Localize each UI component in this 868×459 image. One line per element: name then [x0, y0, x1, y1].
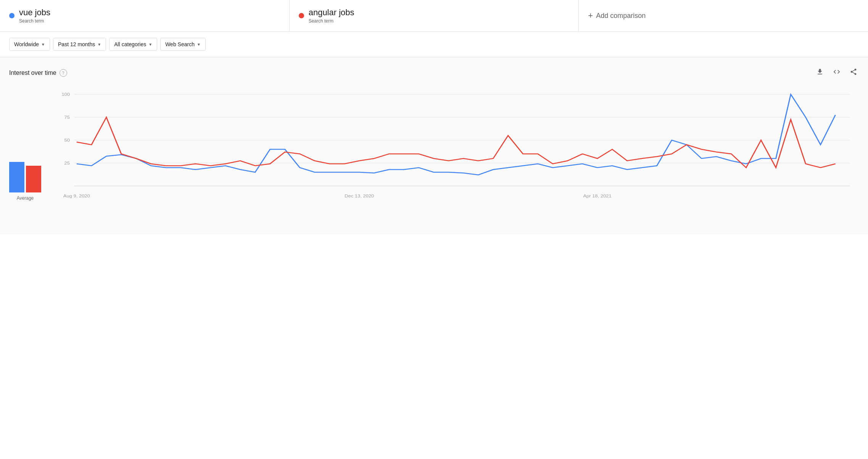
angular-term-label: Search term	[309, 18, 354, 24]
search-term-angular[interactable]: angular jobs Search term	[290, 0, 579, 31]
y-label-50: 50	[64, 138, 70, 143]
chart-title-area: Interest over time ?	[9, 69, 67, 77]
search-type-label: Web Search	[165, 41, 195, 47]
chart-container: Average 100 75 50 25	[9, 87, 859, 225]
chevron-down-icon: ▼	[148, 42, 152, 47]
filter-bar: Worldwide ▼ Past 12 months ▼ All categor…	[0, 32, 868, 57]
angular-term-text: angular jobs Search term	[309, 8, 354, 24]
y-label-25: 25	[64, 161, 70, 166]
line-chart-svg: 100 75 50 25 Aug 9, 2020 Dec 13, 2020 Ap…	[47, 87, 859, 209]
chevron-down-icon: ▼	[41, 42, 45, 47]
region-filter[interactable]: Worldwide ▼	[9, 38, 50, 51]
download-button[interactable]	[815, 66, 825, 79]
legend-bars	[9, 162, 41, 192]
blue-line	[77, 94, 836, 175]
search-terms-bar: vue jobs Search term angular jobs Search…	[0, 0, 868, 32]
x-label-dec: Dec 13, 2020	[345, 194, 374, 199]
vue-term-text: vue jobs Search term	[19, 8, 50, 24]
chart-legend-left: Average	[9, 162, 41, 210]
x-label-aug: Aug 9, 2020	[63, 194, 90, 199]
red-line	[77, 117, 836, 168]
period-label: Past 12 months	[58, 41, 95, 47]
add-comparison-label: Add comparison	[596, 12, 646, 20]
category-label: All categories	[114, 41, 146, 47]
chart-actions	[815, 66, 859, 79]
legend-bar-vue	[9, 162, 24, 192]
embed-icon	[833, 68, 841, 76]
chevron-down-icon: ▼	[197, 42, 201, 47]
vue-dot	[9, 13, 14, 18]
plus-icon: +	[588, 11, 593, 21]
legend-bar-angular	[26, 166, 41, 192]
category-filter[interactable]: All categories ▼	[109, 38, 157, 51]
y-label-75: 75	[64, 115, 70, 120]
chart-header: Interest over time ?	[9, 66, 859, 79]
search-type-filter[interactable]: Web Search ▼	[160, 38, 206, 51]
period-filter[interactable]: Past 12 months ▼	[53, 38, 106, 51]
search-term-vue[interactable]: vue jobs Search term	[0, 0, 290, 31]
vue-term-label: Search term	[19, 18, 50, 24]
x-label-apr: Apr 18, 2021	[583, 194, 612, 199]
help-icon[interactable]: ?	[60, 69, 67, 77]
vue-term-name: vue jobs	[19, 8, 50, 18]
chart-section: Interest over time ? Average	[0, 57, 868, 234]
add-comparison-button[interactable]: + Add comparison	[579, 0, 868, 31]
y-label-100: 100	[61, 92, 70, 97]
embed-button[interactable]	[831, 66, 842, 79]
legend-label: Average	[17, 196, 34, 201]
download-icon	[816, 68, 824, 76]
chart-graph: 100 75 50 25 Aug 9, 2020 Dec 13, 2020 Ap…	[47, 87, 859, 210]
chart-title: Interest over time	[9, 69, 56, 76]
region-label: Worldwide	[14, 41, 39, 47]
share-button[interactable]	[848, 66, 859, 79]
share-icon	[850, 68, 857, 76]
chevron-down-icon: ▼	[97, 42, 101, 47]
angular-term-name: angular jobs	[309, 8, 354, 18]
angular-dot	[299, 13, 304, 18]
